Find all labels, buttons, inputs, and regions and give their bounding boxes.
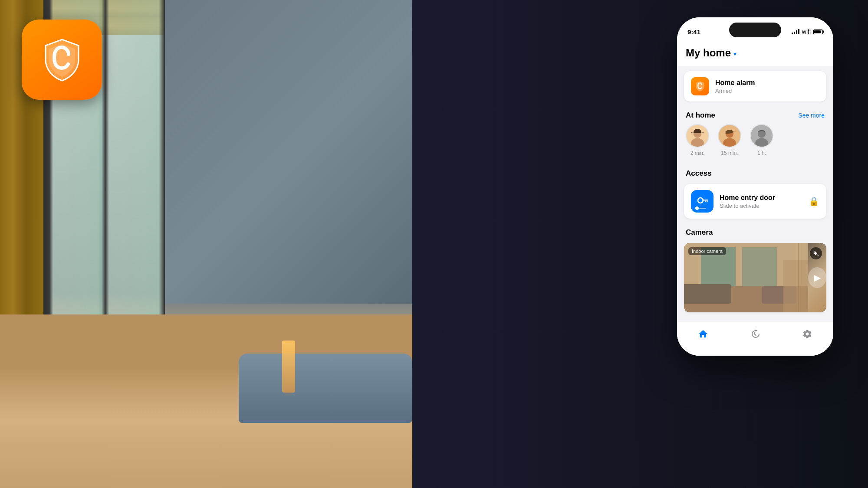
avatar-3-time: 1 h. xyxy=(757,150,766,156)
avatar-1-time: 2 min. xyxy=(690,150,705,156)
bar3 xyxy=(796,30,797,34)
avatar-face-3 xyxy=(751,125,773,147)
svg-point-2 xyxy=(691,138,704,147)
home-icon-svg xyxy=(698,329,708,339)
clock-icon-svg xyxy=(750,329,760,339)
svg-point-9 xyxy=(698,198,703,203)
camera-preview[interactable]: ▶ Indoor camera xyxy=(684,243,826,312)
lock-closed-icon: 🔒 xyxy=(809,196,819,206)
person-avatar-2 xyxy=(719,124,740,147)
nav-item-home[interactable] xyxy=(698,329,708,342)
svg-rect-17 xyxy=(742,247,777,286)
sofa xyxy=(239,354,412,423)
gray-wall xyxy=(165,0,434,304)
access-title: Access xyxy=(686,169,712,178)
alarm-shield-icon xyxy=(694,81,706,92)
alarm-card[interactable]: Home alarm Armed xyxy=(684,71,826,102)
avatar-item-1[interactable]: 2 min. xyxy=(686,124,709,156)
avatar-3 xyxy=(750,124,773,147)
see-more-link[interactable]: See more xyxy=(798,112,825,119)
avatar-2-time: 15 min. xyxy=(721,150,738,156)
home-nav-icon xyxy=(698,329,708,342)
access-section-header: Access xyxy=(677,163,833,182)
at-home-title: At home xyxy=(686,111,715,120)
shield-icon-svg xyxy=(38,36,86,84)
chevron-down-icon[interactable]: ▾ xyxy=(733,50,736,57)
svg-point-5 xyxy=(723,138,736,147)
slide-bar xyxy=(698,208,706,209)
svg-rect-11 xyxy=(707,201,708,203)
camera-title: Camera xyxy=(686,228,713,237)
person-avatar-3 xyxy=(751,124,773,147)
bar2 xyxy=(794,32,795,34)
avatar-1 xyxy=(686,124,709,147)
svg-rect-12 xyxy=(705,201,706,202)
settings-nav-icon xyxy=(802,329,812,342)
page-title: My home xyxy=(686,47,731,59)
battery-icon xyxy=(813,29,823,34)
access-card[interactable]: Home entry door Slide to activate 🔒 xyxy=(684,184,826,219)
lock-icon-wrap xyxy=(691,190,713,213)
phone-header: My home ▾ xyxy=(677,42,833,66)
app-icon[interactable] xyxy=(22,20,102,100)
svg-rect-20 xyxy=(783,260,808,312)
mute-icon xyxy=(813,250,819,256)
access-door-sub: Slide to activate xyxy=(720,203,802,209)
avatar-face-2 xyxy=(719,125,740,147)
dynamic-island xyxy=(729,23,781,37)
gear-icon-svg xyxy=(802,329,812,339)
access-item[interactable]: Home entry door Slide to activate 🔒 xyxy=(684,184,826,219)
phone: 9:41 wifi My home ▾ xyxy=(677,17,833,356)
lamp xyxy=(282,341,295,393)
nav-item-history[interactable] xyxy=(750,329,760,342)
bottom-navigation[interactable] xyxy=(677,321,833,356)
alarm-name: Home alarm xyxy=(715,79,755,87)
access-door-name: Home entry door xyxy=(720,194,802,202)
avatar-item-2[interactable]: 15 min. xyxy=(718,124,741,156)
svg-rect-18 xyxy=(684,284,731,304)
access-info: Home entry door Slide to activate xyxy=(720,194,802,209)
alarm-status: Armed xyxy=(715,88,755,94)
nav-item-settings[interactable] xyxy=(802,329,812,342)
alarm-icon-wrap xyxy=(691,77,709,95)
bar4 xyxy=(798,29,799,34)
camera-label: Indoor camera xyxy=(688,247,726,255)
signal-bars-icon xyxy=(792,29,799,34)
avatars-row: 2 min. 15 min. xyxy=(677,124,833,163)
alarm-info: Home alarm Armed xyxy=(715,79,755,94)
key-icon xyxy=(696,195,708,207)
status-icons: wifi xyxy=(792,28,823,35)
battery-fill xyxy=(814,30,821,33)
camera-section-header: Camera xyxy=(677,222,833,241)
wifi-icon: wifi xyxy=(802,28,811,35)
phone-content[interactable]: My home ▾ Home alarm Armed At home See m… xyxy=(677,42,833,356)
slide-dot xyxy=(695,206,699,210)
avatar-2 xyxy=(718,124,741,147)
bar1 xyxy=(792,33,793,34)
avatar-item-3[interactable]: 1 h. xyxy=(750,124,773,156)
play-button[interactable]: ▶ xyxy=(808,267,826,288)
avatar-face-1 xyxy=(687,125,708,147)
status-time: 9:41 xyxy=(687,28,700,36)
at-home-section-header: At home See more xyxy=(677,105,833,124)
svg-rect-10 xyxy=(702,200,708,201)
camera-mute-button[interactable] xyxy=(810,247,822,259)
person-avatar-1 xyxy=(687,124,708,147)
history-nav-icon xyxy=(750,329,760,342)
svg-point-8 xyxy=(755,138,768,147)
